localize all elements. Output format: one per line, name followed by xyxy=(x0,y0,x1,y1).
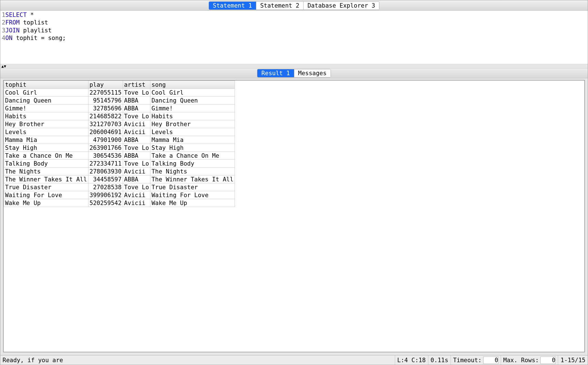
code-line[interactable]: 2FROM toplist xyxy=(0,19,588,26)
results-table[interactable]: tophitplayartistsong Cool Girl227055115T… xyxy=(4,81,235,207)
cell[interactable]: Tove Lo xyxy=(123,89,150,97)
cell[interactable]: 27028538 xyxy=(88,183,123,191)
cell[interactable]: The Nights xyxy=(150,168,235,175)
status-timeout: Timeout: xyxy=(451,355,501,365)
table-row[interactable]: Habits214685822Tove LoHabits xyxy=(4,112,235,120)
result-tab[interactable]: Messages xyxy=(294,69,331,77)
cell[interactable]: Tove Lo xyxy=(123,160,150,168)
cell[interactable]: Habits xyxy=(4,112,88,120)
cell[interactable]: Stay High xyxy=(4,144,88,152)
table-row[interactable]: Take a Chance On Me30654536ABBATake a Ch… xyxy=(4,152,235,160)
cell[interactable]: Talking Body xyxy=(150,160,235,168)
table-row[interactable]: Levels206004691AviciiLevels xyxy=(4,128,235,136)
cell[interactable]: ABBA xyxy=(123,175,150,183)
cell[interactable]: Wake Me Up xyxy=(150,199,235,207)
cell[interactable]: 206004691 xyxy=(88,128,123,136)
table-row[interactable]: Hey Brother321270703AviciiHey Brother xyxy=(4,120,235,128)
cell[interactable]: Levels xyxy=(150,128,235,136)
cell[interactable]: ABBA xyxy=(123,136,150,144)
cell[interactable]: The Winner Takes It All xyxy=(150,175,235,183)
cell[interactable]: Take a Chance On Me xyxy=(150,152,235,160)
cell[interactable]: True Disaster xyxy=(4,183,88,191)
column-header[interactable]: tophit xyxy=(4,81,88,89)
cell[interactable]: Cool Girl xyxy=(4,89,88,97)
cell[interactable]: Avicii xyxy=(123,191,150,199)
code-line[interactable]: 3JOIN playlist xyxy=(0,27,588,34)
cell[interactable]: 272334711 xyxy=(88,160,123,168)
table-row[interactable]: Dancing Queen95145796ABBADancing Queen xyxy=(4,97,235,104)
cell[interactable]: Talking Body xyxy=(4,160,88,168)
cell[interactable]: Avicii xyxy=(123,168,150,175)
column-header[interactable]: play xyxy=(88,81,123,89)
sql-keyword: SELECT xyxy=(5,11,27,19)
table-row[interactable]: The Winner Takes It All34458597ABBAThe W… xyxy=(4,175,235,183)
cell[interactable]: 321270703 xyxy=(88,120,123,128)
cell[interactable]: Dancing Queen xyxy=(150,97,235,104)
cell[interactable]: Hey Brother xyxy=(150,120,235,128)
cell[interactable]: ABBA xyxy=(123,152,150,160)
sql-keyword: ON xyxy=(5,34,12,42)
status-maxrows: Max. Rows: xyxy=(501,355,558,365)
cell[interactable]: 227055115 xyxy=(88,89,123,97)
cell[interactable]: Gimme! xyxy=(4,104,88,112)
cell[interactable]: Cool Girl xyxy=(150,89,235,97)
cell[interactable]: 520259542 xyxy=(88,199,123,207)
cell[interactable]: 263901766 xyxy=(88,144,123,152)
status-bar: Ready, if you are L:4 C:18 0.11s Timeout… xyxy=(0,355,588,365)
cell[interactable]: Avicii xyxy=(123,199,150,207)
statement-tab[interactable]: Statement 1 xyxy=(209,2,256,10)
cell[interactable]: The Nights xyxy=(4,168,88,175)
column-header[interactable]: song xyxy=(150,81,235,89)
table-row[interactable]: Wake Me Up520259542AviciiWake Me Up xyxy=(4,199,235,207)
table-row[interactable]: Gimme!32785696ABBAGimme! xyxy=(4,104,235,112)
statement-tab[interactable]: Database Explorer 3 xyxy=(304,2,379,10)
cell[interactable]: 32785696 xyxy=(88,104,123,112)
cell[interactable]: Tove Lo xyxy=(123,112,150,120)
cell[interactable]: Mamma Mia xyxy=(150,136,235,144)
table-row[interactable]: True Disaster27028538Tove LoTrue Disaste… xyxy=(4,183,235,191)
table-row[interactable]: Talking Body272334711Tove LoTalking Body xyxy=(4,160,235,168)
splitter-handle[interactable]: ▲▼ xyxy=(0,64,588,68)
cell[interactable]: Hey Brother xyxy=(4,120,88,128)
code-line[interactable]: 1SELECT * xyxy=(0,11,588,19)
cell[interactable]: Wake Me Up xyxy=(4,199,88,207)
cell[interactable]: Habits xyxy=(150,112,235,120)
cell[interactable]: 30654536 xyxy=(88,152,123,160)
cell[interactable]: Waiting For Love xyxy=(4,191,88,199)
table-row[interactable]: Mamma Mia47901900ABBAMamma Mia xyxy=(4,136,235,144)
cell[interactable]: Take a Chance On Me xyxy=(4,152,88,160)
cell[interactable]: ABBA xyxy=(123,104,150,112)
cell[interactable]: 278063930 xyxy=(88,168,123,175)
cell[interactable]: Tove Lo xyxy=(123,183,150,191)
cell[interactable]: Avicii xyxy=(123,128,150,136)
cell[interactable]: Levels xyxy=(4,128,88,136)
cell[interactable]: Tove Lo xyxy=(123,144,150,152)
table-row[interactable]: Stay High263901766Tove LoStay High xyxy=(4,144,235,152)
cell[interactable]: Stay High xyxy=(150,144,235,152)
cell[interactable]: 47901900 xyxy=(88,136,123,144)
statement-tab[interactable]: Statement 2 xyxy=(256,2,304,10)
timeout-input[interactable] xyxy=(483,357,498,364)
cell[interactable]: Avicii xyxy=(123,120,150,128)
cell[interactable]: 214685822 xyxy=(88,112,123,120)
cell[interactable]: The Winner Takes It All xyxy=(4,175,88,183)
code-line[interactable]: 4ON tophit = song; xyxy=(0,34,588,42)
cell[interactable]: Dancing Queen xyxy=(4,97,88,104)
cell[interactable]: Gimme! xyxy=(150,104,235,112)
table-row[interactable]: Cool Girl227055115Tove LoCool Girl xyxy=(4,89,235,97)
result-tab[interactable]: Result 1 xyxy=(257,69,294,77)
cell[interactable]: Mamma Mia xyxy=(4,136,88,144)
table-row[interactable]: Waiting For Love399906192AviciiWaiting F… xyxy=(4,191,235,199)
cell[interactable]: 399906192 xyxy=(88,191,123,199)
maxrows-input[interactable] xyxy=(540,357,556,364)
sql-keyword: FROM xyxy=(5,19,20,26)
result-panel: tophitplayartistsong Cool Girl227055115T… xyxy=(0,78,588,355)
cell[interactable]: 95145796 xyxy=(88,97,123,104)
cell[interactable]: 34458597 xyxy=(88,175,123,183)
sql-editor[interactable]: 1SELECT *2FROM toplist3JOIN playlist4ON … xyxy=(0,11,588,64)
table-row[interactable]: The Nights278063930AviciiThe Nights xyxy=(4,168,235,175)
column-header[interactable]: artist xyxy=(123,81,150,89)
cell[interactable]: ABBA xyxy=(123,97,150,104)
cell[interactable]: True Disaster xyxy=(150,183,235,191)
cell[interactable]: Waiting For Love xyxy=(150,191,235,199)
